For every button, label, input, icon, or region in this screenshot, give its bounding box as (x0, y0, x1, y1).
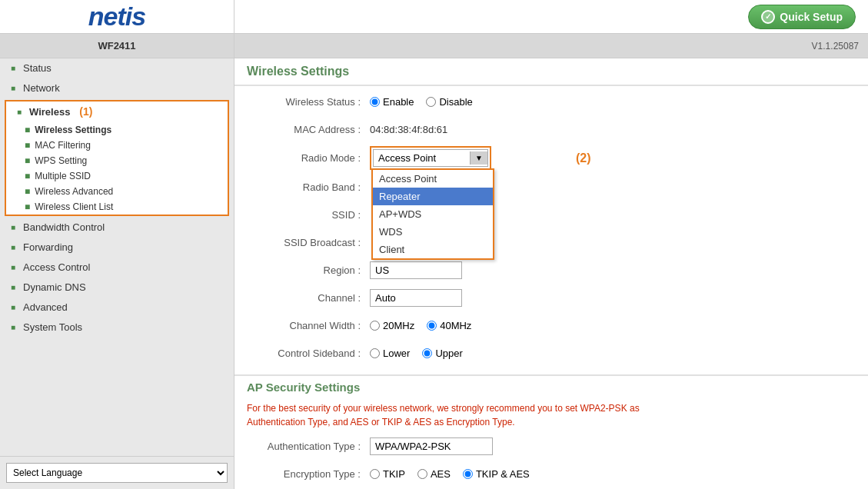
channel-20mhz-radio[interactable] (370, 321, 380, 331)
version-display: V1.1.25087 (234, 34, 868, 58)
enc-tkip-label[interactable]: TKIP (370, 468, 405, 480)
sidebar-item-bandwidth[interactable]: ■ Bandwidth Control (0, 218, 234, 238)
logo-text: netis (88, 2, 145, 32)
channel-field: Auto (370, 289, 856, 307)
ssid-broadcast-row: SSID Broadcast : (247, 231, 856, 253)
enc-tkip-aes-label[interactable]: TKIP & AES (463, 468, 530, 480)
enc-tkip-radio[interactable] (370, 469, 380, 479)
enable-label: Enable (383, 96, 414, 108)
sidebar-item-wireless-advanced[interactable]: ■ Wireless Advanced (6, 184, 228, 199)
header-right: ✓ Quick Setup (234, 0, 868, 34)
enc-aes-radio[interactable] (417, 469, 427, 479)
sideband-upper-label[interactable]: Upper (422, 348, 462, 359)
channel-row: Channel : Auto (247, 287, 856, 308)
radio-band-row: Radio Band : (247, 176, 856, 198)
channel-40mhz-radio[interactable] (427, 321, 437, 331)
sidebar-item-mac-filtering[interactable]: ■ MAC Filtering (6, 138, 228, 153)
content-area: Wireless Settings Wireless Status : Enab… (234, 58, 868, 489)
radio-mode-row: Radio Mode : Access Point ▼ Access Point… (247, 146, 856, 170)
wireless-status-label: Wireless Status : (247, 96, 370, 108)
ws-dot-icon: ■ (25, 125, 30, 135)
quick-setup-label: Quick Setup (780, 11, 843, 23)
security-note-area: For the best security of your wireless n… (234, 398, 868, 435)
disable-radio-label[interactable]: Disable (426, 96, 472, 108)
sidebar-nav: ■ Status ■ Radio Mode : Network ■ Wirele… (0, 58, 234, 338)
region-select[interactable]: US (370, 261, 462, 279)
channel-40mhz-label[interactable]: 40MHz (427, 320, 471, 331)
radio-mode-dropdown: Access Point Repeater AP+WDS WDS Client (371, 168, 494, 260)
radio-mode-arrow-icon: ▼ (470, 151, 487, 165)
dropdown-option-wds[interactable]: WDS (373, 223, 493, 241)
wireless-form: Wireless Status : Enable Disable MAC Add… (234, 86, 868, 374)
radio-band-label: Radio Band : (247, 181, 370, 193)
auth-type-label: Authentication Type : (247, 441, 370, 452)
bandwidth-bullet-icon: ■ (8, 222, 18, 233)
sidebar-item-network[interactable]: ■ Radio Mode : Network (0, 78, 234, 98)
sidebar-item-wireless[interactable]: ■ Wireless (1) (6, 101, 228, 122)
disable-label: Disable (439, 96, 472, 108)
forwarding-bullet-icon: ■ (8, 242, 18, 253)
sidebar-wireless-label: Wireless (29, 106, 70, 118)
security-title: AP Security Settings (247, 381, 360, 394)
sideband-lower-label[interactable]: Lower (370, 348, 410, 359)
enable-radio[interactable] (370, 97, 380, 107)
sidebar-item-dynamic-dns[interactable]: ■ Dynamic DNS (0, 278, 234, 298)
dropdown-option-repeater[interactable]: Repeater (373, 188, 493, 205)
st-bullet-icon: ■ (8, 322, 18, 333)
dropdown-option-ap-wds[interactable]: AP+WDS (373, 205, 493, 223)
sidebar-item-status[interactable]: ■ Status (0, 58, 234, 78)
wcl-dot-icon: ■ (25, 201, 30, 212)
channel-width-label: Channel Width : (247, 320, 370, 331)
annotation-2: (2) (576, 151, 591, 165)
enable-radio-label[interactable]: Enable (370, 96, 414, 108)
sidebar-st-label: System Tools (23, 321, 82, 333)
sidebar-status-label: Status (23, 62, 52, 74)
mf-dot-icon: ■ (25, 140, 30, 151)
security-note-line1: For the best security of your wireless n… (247, 401, 856, 415)
header-bar: netis ✓ Quick Setup (0, 0, 868, 34)
encryption-label: Encryption Type : (247, 468, 370, 480)
enc-aes-label[interactable]: AES (417, 468, 451, 480)
sidebar-bandwidth-label: Bandwidth Control (23, 221, 105, 233)
sidebar-ac-label: Access Control (23, 261, 90, 273)
sideband-upper-radio[interactable] (422, 348, 432, 358)
sideband-lower-radio[interactable] (370, 348, 380, 358)
security-section: AP Security Settings (234, 374, 868, 398)
auth-type-select[interactable]: WPA/WPA2-PSK (370, 437, 493, 455)
dropdown-option-access-point[interactable]: Access Point (373, 170, 493, 188)
sidebar-item-wireless-client-list[interactable]: ■ Wireless Client List (6, 199, 228, 215)
sideband-label: Control Sideband : (247, 348, 370, 359)
radio-mode-select-display[interactable]: Access Point ▼ (373, 149, 488, 167)
language-select[interactable]: Select Language English Chinese French G… (6, 463, 228, 483)
sidebar-item-advanced[interactable]: ■ Advanced (0, 298, 234, 318)
sidebar-item-access-control[interactable]: ■ Access Control (0, 258, 234, 278)
sidebar-item-wps-setting[interactable]: ■ WPS Setting (6, 153, 228, 168)
enc-tkip-text: TKIP (383, 468, 405, 480)
encryption-row: Encryption Type : TKIP AES TKIP & AES (234, 463, 868, 484)
security-note-line2: Authentication Type, and AES or TKIP & A… (247, 415, 856, 429)
region-label: Region : (247, 264, 370, 276)
main-area: ■ Status ■ Radio Mode : Network ■ Wirele… (0, 58, 868, 489)
channel-select[interactable]: Auto (370, 289, 462, 307)
status-bullet-icon: ■ (8, 63, 18, 74)
quick-setup-button[interactable]: ✓ Quick Setup (748, 5, 856, 29)
channel-width-row: Channel Width : 20MHz 40MHz (247, 314, 856, 336)
disable-radio[interactable] (426, 97, 436, 107)
wcl-label: Wireless Client List (35, 201, 113, 212)
sub-header: WF2411 V1.1.25087 (0, 34, 868, 58)
mac-address-row: MAC Address : 04:8d:38:4f:8d:61 (247, 118, 856, 140)
dropdown-option-client[interactable]: Client (373, 241, 493, 258)
sidebar-item-forwarding[interactable]: ■ Forwarding (0, 238, 234, 258)
sidebar-forwarding-label: Forwarding (23, 241, 73, 253)
channel-20mhz-label[interactable]: 20MHz (370, 320, 414, 331)
sidebar-ddns-label: Dynamic DNS (23, 281, 86, 293)
sideband-lower-text: Lower (383, 348, 410, 359)
encryption-field: TKIP AES TKIP & AES (370, 468, 856, 480)
auth-type-field: WPA/WPA2-PSK (370, 437, 856, 455)
channel-40mhz-text: 40MHz (440, 320, 471, 331)
wireless-status-field: Enable Disable (370, 96, 856, 108)
sidebar-item-wireless-settings[interactable]: ■ Wireless Settings (6, 122, 228, 138)
enc-tkip-aes-radio[interactable] (463, 469, 473, 479)
sidebar-item-multiple-ssid[interactable]: ■ Multiple SSID (6, 168, 228, 184)
sidebar-item-system-tools[interactable]: ■ System Tools (0, 318, 234, 338)
